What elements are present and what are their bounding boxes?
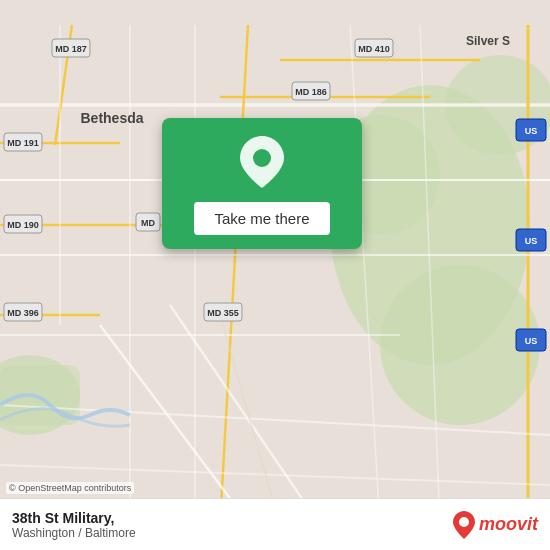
location-info: 38th St Military, Washington / Baltimore xyxy=(12,510,136,540)
svg-text:MD 190: MD 190 xyxy=(7,220,39,230)
svg-text:US: US xyxy=(525,126,538,136)
location-name: 38th St Military, xyxy=(12,510,136,526)
map-container: MD 187 MD 410 MD 186 MD 191 MD MD 190 MD… xyxy=(0,0,550,550)
svg-text:Silver S: Silver S xyxy=(466,34,510,48)
moovit-logo: moovit xyxy=(453,511,538,539)
svg-text:MD 410: MD 410 xyxy=(358,44,390,54)
svg-text:Bethesda: Bethesda xyxy=(80,110,143,126)
svg-point-55 xyxy=(459,517,469,527)
svg-text:MD 191: MD 191 xyxy=(7,138,39,148)
map-background: MD 187 MD 410 MD 186 MD 191 MD MD 190 MD… xyxy=(0,0,550,550)
svg-text:MD 355: MD 355 xyxy=(207,308,239,318)
svg-text:MD: MD xyxy=(141,218,155,228)
svg-text:US: US xyxy=(525,236,538,246)
moovit-pin-icon xyxy=(453,511,475,539)
location-region: Washington / Baltimore xyxy=(12,526,136,540)
svg-text:MD 396: MD 396 xyxy=(7,308,39,318)
svg-point-54 xyxy=(253,149,271,167)
map-pin-icon xyxy=(240,136,284,192)
location-action-card[interactable]: Take me there xyxy=(162,118,362,249)
svg-text:US: US xyxy=(525,336,538,346)
svg-text:MD 186: MD 186 xyxy=(295,87,327,97)
bottom-bar: 38th St Military, Washington / Baltimore… xyxy=(0,498,550,550)
osm-attribution: © OpenStreetMap contributors xyxy=(6,482,134,494)
take-me-there-button[interactable]: Take me there xyxy=(194,202,329,235)
svg-text:MD 187: MD 187 xyxy=(55,44,87,54)
moovit-brand-text: moovit xyxy=(479,514,538,535)
